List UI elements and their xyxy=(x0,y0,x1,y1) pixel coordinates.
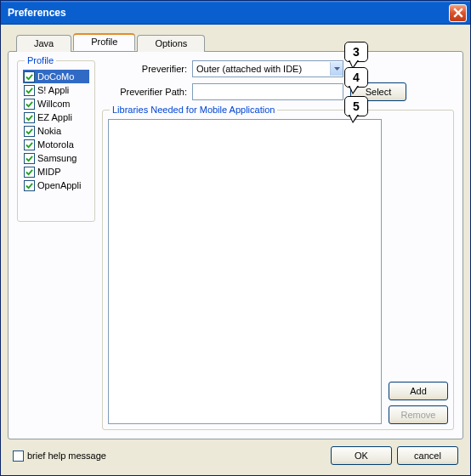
profile-item-samsung[interactable]: Samsung xyxy=(23,151,89,165)
profile-item-label: EZ Appli xyxy=(37,112,72,122)
profile-item-label: MIDP xyxy=(37,167,61,177)
checkbox-icon xyxy=(24,126,35,137)
checkbox-icon xyxy=(24,180,35,191)
profile-item-midp[interactable]: MIDP xyxy=(23,165,89,178)
libraries-groupbox: Libraries Needed for Mobile Application … xyxy=(102,110,454,430)
profile-item-docomo[interactable]: DoCoMo xyxy=(23,70,89,83)
checkbox-icon xyxy=(24,85,35,96)
checkbox-icon xyxy=(24,71,35,82)
profile-legend: Profile xyxy=(25,55,56,65)
preferences-window: Preferences Java Profile Options Profile… xyxy=(0,0,471,476)
libraries-legend: Libraries Needed for Mobile Application xyxy=(110,105,277,115)
profile-item-motorola[interactable]: Motorola xyxy=(23,138,89,151)
profile-item-willcom[interactable]: Willcom xyxy=(23,97,89,110)
profile-item-openappli[interactable]: OpenAppli xyxy=(23,178,89,192)
checkbox-icon xyxy=(24,139,35,150)
checkbox-icon xyxy=(13,450,24,462)
tab-options[interactable]: Options xyxy=(137,35,205,52)
close-icon xyxy=(453,8,463,18)
brief-help-label: brief help message xyxy=(27,450,106,461)
preverifier-value: Outer (attached with IDE) xyxy=(196,64,302,74)
profile-item-ez-appli[interactable]: EZ Appli xyxy=(23,110,89,124)
checkbox-icon xyxy=(24,167,35,178)
footer: brief help message OK cancel xyxy=(8,439,463,468)
profile-item-s-appli[interactable]: S! Appli xyxy=(23,83,89,97)
preverifier-label: Preverifier: xyxy=(102,64,192,74)
profile-item-label: Willcom xyxy=(37,99,71,109)
preverifier-combo[interactable]: Outer (attached with IDE) xyxy=(192,60,343,77)
cancel-button[interactable]: cancel xyxy=(397,446,458,465)
profile-list: DoCoMoS! AppliWillcomEZ AppliNokiaMotoro… xyxy=(23,70,89,192)
checkbox-icon xyxy=(24,112,35,123)
profile-item-nokia[interactable]: Nokia xyxy=(23,124,89,138)
preverifier-path-label: Preverifier Path: xyxy=(102,87,192,97)
profile-groupbox: Profile DoCoMoS! AppliWillcomEZ AppliNok… xyxy=(17,60,95,222)
titlebar: Preferences xyxy=(1,1,470,25)
preverifier-row: Preverifier: Outer (attached with IDE) xyxy=(102,60,454,77)
remove-button: Remove xyxy=(389,405,448,424)
tab-panel-profile: Profile DoCoMoS! AppliWillcomEZ AppliNok… xyxy=(8,51,463,439)
profile-item-label: OpenAppli xyxy=(37,180,81,190)
libraries-buttons: Add Remove xyxy=(389,119,448,424)
ok-button[interactable]: OK xyxy=(331,446,392,465)
preverifier-path-row: Preverifier Path: Select xyxy=(102,82,454,101)
profile-item-label: S! Appli xyxy=(37,85,69,95)
window-title: Preferences xyxy=(8,7,449,19)
right-column: Preverifier: Outer (attached with IDE) P… xyxy=(102,60,454,430)
libraries-body: Add Remove xyxy=(108,119,448,424)
profile-item-label: DoCoMo xyxy=(37,71,74,82)
add-button[interactable]: Add xyxy=(389,382,448,400)
chevron-down-icon xyxy=(330,62,343,76)
tab-bar: Java Profile Options xyxy=(16,33,463,51)
tab-java[interactable]: Java xyxy=(16,35,71,52)
profile-item-label: Samsung xyxy=(37,153,77,163)
libraries-listbox[interactable] xyxy=(108,119,382,424)
close-button[interactable] xyxy=(449,4,467,22)
brief-help-checkbox[interactable]: brief help message xyxy=(13,450,106,462)
checkbox-icon xyxy=(24,153,35,164)
preverifier-path-input[interactable] xyxy=(192,83,343,100)
tab-profile[interactable]: Profile xyxy=(73,33,135,51)
profile-item-label: Motorola xyxy=(37,139,74,150)
profile-item-label: Nokia xyxy=(37,126,61,136)
checkbox-icon xyxy=(24,99,35,110)
client-area: Java Profile Options Profile DoCoMoS! Ap… xyxy=(1,25,470,475)
select-button[interactable]: Select xyxy=(350,82,406,101)
